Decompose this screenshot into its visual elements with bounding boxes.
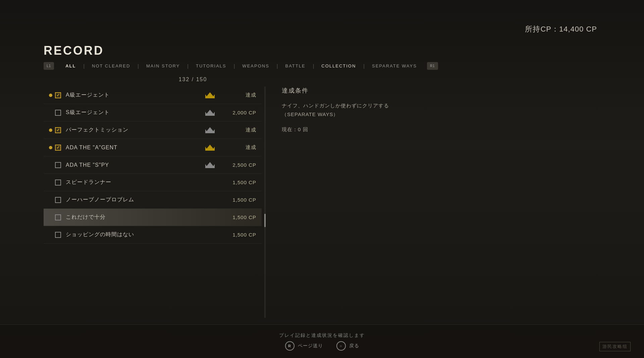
- achievement-list: A級エージェント 達成 S級エージェント: [44, 87, 262, 318]
- page-container: 所持CP：14,400 CP RECORD L1 ALL | NOT CLEAR…: [0, 0, 644, 358]
- dot-indicator: [49, 198, 52, 202]
- checkbox-area: [49, 214, 61, 220]
- item-name: ノーハーブノープロブレム: [66, 196, 223, 203]
- crown-icon: [205, 161, 215, 169]
- svg-marker-3: [205, 145, 215, 151]
- sep1: |: [80, 63, 87, 69]
- list-item[interactable]: S級エージェント 2,000 CP: [44, 104, 262, 121]
- cp-display: 所持CP：14,400 CP: [525, 24, 597, 34]
- progress-count: 132 / 150: [44, 76, 342, 83]
- tab-battle[interactable]: BATTLE: [280, 61, 310, 70]
- nav-tabs: L1 ALL | NOT CLEARED | MAIN STORY | TUTO…: [44, 61, 438, 70]
- dot-indicator: [49, 129, 52, 132]
- scrollbar-thumb[interactable]: [264, 214, 266, 227]
- checkbox[interactable]: [55, 162, 61, 168]
- tab-tutorials[interactable]: TUTORIALS: [191, 61, 231, 70]
- list-item[interactable]: ADA THE "S"PY 2,500 CP: [44, 156, 262, 174]
- crown-icon: [205, 126, 215, 134]
- crown-icon: [205, 92, 215, 99]
- dot-indicator: [49, 163, 52, 167]
- list-item[interactable]: これだけで十分 1,500 CP: [44, 209, 262, 226]
- tab-collection[interactable]: COLLECTION: [317, 61, 361, 70]
- page-turn-control: R ページ送り: [285, 341, 323, 351]
- item-reward: 2,500 CP: [223, 162, 256, 168]
- item-name: ADA THE "S"PY: [66, 162, 205, 168]
- item-reward: 2,000 CP: [223, 110, 256, 115]
- checkbox-area: [49, 180, 61, 186]
- svg-marker-0: [205, 92, 215, 98]
- tab-not-cleared[interactable]: NOT CLEARED: [87, 61, 135, 70]
- svg-marker-2: [205, 127, 215, 133]
- checkbox[interactable]: [55, 127, 61, 133]
- svg-marker-1: [205, 110, 215, 116]
- watermark: 游民攻略组: [599, 342, 631, 351]
- dot-indicator: [49, 111, 52, 114]
- crown-icon-area: [205, 92, 215, 99]
- item-name: これだけで十分: [66, 214, 223, 221]
- sep5: |: [274, 63, 281, 69]
- tab-separate-ways[interactable]: SEPARATE WAYS: [367, 61, 422, 70]
- dot-indicator: [49, 233, 52, 237]
- checkbox[interactable]: [55, 197, 61, 203]
- dot-indicator: [49, 94, 52, 97]
- item-name: パーフェクトミッション: [66, 126, 205, 134]
- r-button[interactable]: R: [285, 341, 294, 351]
- detail-description: ナイフ、ハンドガンしか使わずにクリアする（SEPARATE WAYS）: [282, 101, 449, 118]
- item-reward: 達成: [223, 144, 256, 151]
- detail-panel: 達成条件 ナイフ、ハンドガンしか使わずにクリアする（SEPARATE WAYS）…: [282, 87, 449, 133]
- dot-indicator: [49, 216, 52, 219]
- item-reward: 1,500 CP: [223, 214, 256, 220]
- sep2: |: [135, 63, 142, 69]
- list-item[interactable]: ノーハーブノープロブレム 1,500 CP: [44, 191, 262, 209]
- checkbox[interactable]: [55, 110, 61, 116]
- page-title: RECORD: [44, 44, 104, 58]
- o-button[interactable]: ○: [336, 341, 346, 351]
- item-name: A級エージェント: [66, 92, 205, 99]
- crown-icon-area: [205, 161, 215, 169]
- item-name: ショッピングの時間はない: [66, 231, 223, 238]
- tab-weapons[interactable]: WEAPONS: [237, 61, 274, 70]
- detail-section-title: 達成条件: [282, 87, 449, 95]
- sep3: |: [184, 63, 191, 69]
- list-item[interactable]: パーフェクトミッション 達成: [44, 121, 262, 139]
- page-turn-label: ページ送り: [298, 343, 323, 349]
- crown-icon-area: [205, 144, 215, 151]
- crown-icon-area: [205, 109, 215, 116]
- bottom-controls: R ページ送り ○ 戻る: [285, 341, 359, 351]
- item-reward: 1,500 CP: [223, 232, 256, 238]
- tab-main-story[interactable]: MAIN STORY: [142, 61, 184, 70]
- dot-indicator: [49, 181, 52, 184]
- checkbox-area: [49, 92, 61, 98]
- item-reward: 1,500 CP: [223, 197, 256, 203]
- detail-current: 現在：0 回: [282, 126, 449, 133]
- checkbox[interactable]: [55, 180, 61, 186]
- crown-icon: [205, 109, 215, 116]
- tab-all[interactable]: ALL: [61, 61, 80, 70]
- item-name: スピードランナー: [66, 179, 223, 186]
- list-item[interactable]: ADA THE "A"GENT 達成: [44, 139, 262, 156]
- crown-icon: [205, 144, 215, 151]
- checkbox[interactable]: [55, 232, 61, 238]
- item-name: S級エージェント: [66, 109, 205, 116]
- r1-button[interactable]: R1: [427, 62, 438, 70]
- sep4: |: [231, 63, 238, 69]
- checkbox-area: [49, 162, 61, 168]
- svg-marker-4: [205, 162, 215, 168]
- item-reward: 達成: [223, 127, 256, 133]
- list-item[interactable]: スピードランナー 1,500 CP: [44, 174, 262, 191]
- item-reward: 達成: [223, 92, 256, 98]
- bottom-hint: プレイ記録と達成状況を確認します: [279, 333, 365, 339]
- checkbox-area: [49, 232, 61, 238]
- checkbox[interactable]: [55, 145, 61, 151]
- watermark-box: 游民攻略组: [599, 342, 631, 351]
- list-item[interactable]: ショッピングの時間はない 1,500 CP: [44, 226, 262, 244]
- back-control: ○ 戻る: [336, 341, 359, 351]
- l1-button[interactable]: L1: [44, 62, 54, 70]
- checkbox[interactable]: [55, 92, 61, 98]
- sep7: |: [361, 63, 367, 69]
- checkbox[interactable]: [55, 214, 61, 220]
- checkbox-area: [49, 197, 61, 203]
- scrollbar[interactable]: [264, 87, 266, 318]
- list-item[interactable]: A級エージェント 達成: [44, 87, 262, 104]
- checkbox-area: [49, 145, 61, 151]
